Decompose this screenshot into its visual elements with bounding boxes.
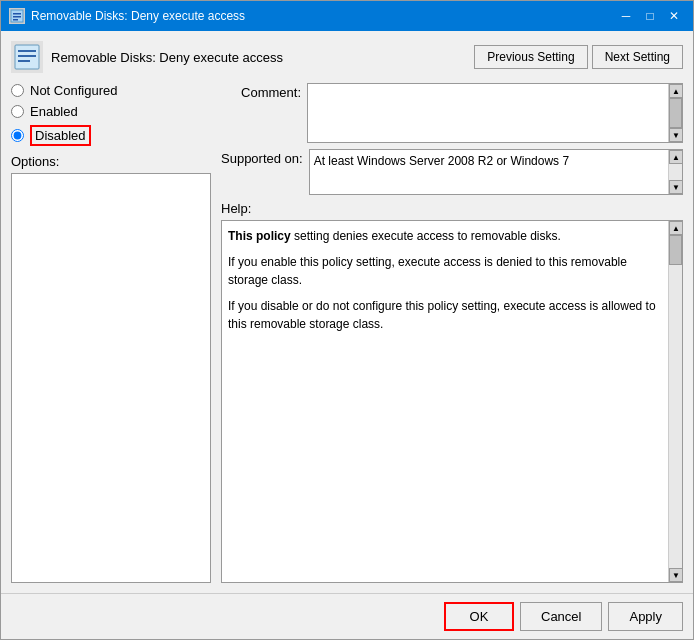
help-box: This policy setting denies execute acces… xyxy=(222,221,668,582)
maximize-button[interactable]: □ xyxy=(639,6,661,26)
nav-buttons: Previous Setting Next Setting xyxy=(474,45,683,69)
comment-label: Comment: xyxy=(221,83,301,100)
title-bar: Removable Disks: Deny execute access ─ □… xyxy=(1,1,693,31)
title-text: Removable Disks: Deny execute access xyxy=(31,9,245,23)
help-container: This policy setting denies execute acces… xyxy=(221,220,683,583)
next-setting-button[interactable]: Next Setting xyxy=(592,45,683,69)
help-text1-rest: setting denies execute access to removab… xyxy=(291,229,561,243)
policy-icon xyxy=(11,41,43,73)
help-scroll-up[interactable]: ▲ xyxy=(669,221,683,235)
options-section: Options: xyxy=(11,154,211,583)
disabled-input[interactable] xyxy=(11,129,24,142)
disabled-label-wrapper: Disabled xyxy=(30,125,91,146)
minimize-button[interactable]: ─ xyxy=(615,6,637,26)
help-scroll-thumb xyxy=(669,235,682,265)
comment-scrollbar[interactable]: ▲ ▼ xyxy=(668,84,682,142)
options-box xyxy=(11,173,211,583)
left-panel: Not Configured Enabled Disabled Option xyxy=(11,83,211,583)
comment-row: Comment: ▲ ▼ xyxy=(221,83,683,143)
comment-textarea[interactable] xyxy=(308,84,668,142)
cancel-button[interactable]: Cancel xyxy=(520,602,602,631)
supported-scroll-up[interactable]: ▲ xyxy=(669,150,683,164)
header-label: Removable Disks: Deny execute access xyxy=(51,50,283,65)
help-scrollbar[interactable]: ▲ ▼ xyxy=(668,221,682,582)
enabled-input[interactable] xyxy=(11,105,24,118)
supported-text: At least Windows Server 2008 R2 or Windo… xyxy=(310,150,668,194)
header-row: Removable Disks: Deny execute access Pre… xyxy=(11,41,683,73)
scroll-thumb xyxy=(669,98,682,128)
header-title: Removable Disks: Deny execute access xyxy=(11,41,283,73)
ok-button[interactable]: OK xyxy=(444,602,514,631)
svg-rect-7 xyxy=(18,60,30,62)
help-bold-text: This policy xyxy=(228,229,291,243)
svg-rect-3 xyxy=(13,19,18,21)
svg-rect-1 xyxy=(13,13,21,15)
content-area: Removable Disks: Deny execute access Pre… xyxy=(1,31,693,593)
help-label: Help: xyxy=(221,201,683,216)
title-bar-left: Removable Disks: Deny execute access xyxy=(9,8,245,24)
window-icon xyxy=(9,8,25,24)
options-label: Options: xyxy=(11,154,211,169)
title-controls: ─ □ ✕ xyxy=(615,6,685,26)
help-scroll-down[interactable]: ▼ xyxy=(669,568,683,582)
supported-label: Supported on: xyxy=(221,149,303,166)
right-panel: Comment: ▲ ▼ Supported on: xyxy=(221,83,683,583)
help-section: Help: This policy setting denies execute… xyxy=(221,201,683,583)
supported-scrollbar[interactable]: ▲ ▼ xyxy=(668,150,682,194)
svg-rect-2 xyxy=(13,16,21,18)
apply-button[interactable]: Apply xyxy=(608,602,683,631)
supported-wrapper: At least Windows Server 2008 R2 or Windo… xyxy=(309,149,683,195)
main-body: Not Configured Enabled Disabled Option xyxy=(11,83,683,583)
supported-row: Supported on: At least Windows Server 20… xyxy=(221,149,683,195)
comment-wrapper: ▲ ▼ xyxy=(307,83,683,143)
not-configured-label: Not Configured xyxy=(30,83,117,98)
svg-rect-5 xyxy=(18,50,36,52)
scroll-up-arrow[interactable]: ▲ xyxy=(669,84,683,98)
supported-scroll-track xyxy=(669,164,682,180)
supported-scroll-down[interactable]: ▼ xyxy=(669,180,683,194)
enabled-radio[interactable]: Enabled xyxy=(11,104,211,119)
disabled-label: Disabled xyxy=(35,128,86,143)
bottom-bar: OK Cancel Apply xyxy=(1,593,693,639)
scroll-track xyxy=(669,98,682,128)
disabled-radio[interactable]: Disabled xyxy=(11,125,211,146)
previous-setting-button[interactable]: Previous Setting xyxy=(474,45,587,69)
main-window: Removable Disks: Deny execute access ─ □… xyxy=(0,0,694,640)
help-paragraph-1: This policy setting denies execute acces… xyxy=(228,227,662,245)
close-button[interactable]: ✕ xyxy=(663,6,685,26)
radio-group: Not Configured Enabled Disabled xyxy=(11,83,211,146)
not-configured-input[interactable] xyxy=(11,84,24,97)
help-paragraph-3: If you disable or do not configure this … xyxy=(228,297,662,333)
svg-rect-6 xyxy=(18,55,36,57)
enabled-label: Enabled xyxy=(30,104,78,119)
help-scroll-track xyxy=(669,235,682,568)
scroll-down-arrow[interactable]: ▼ xyxy=(669,128,683,142)
help-paragraph-2: If you enable this policy setting, execu… xyxy=(228,253,662,289)
not-configured-radio[interactable]: Not Configured xyxy=(11,83,211,98)
